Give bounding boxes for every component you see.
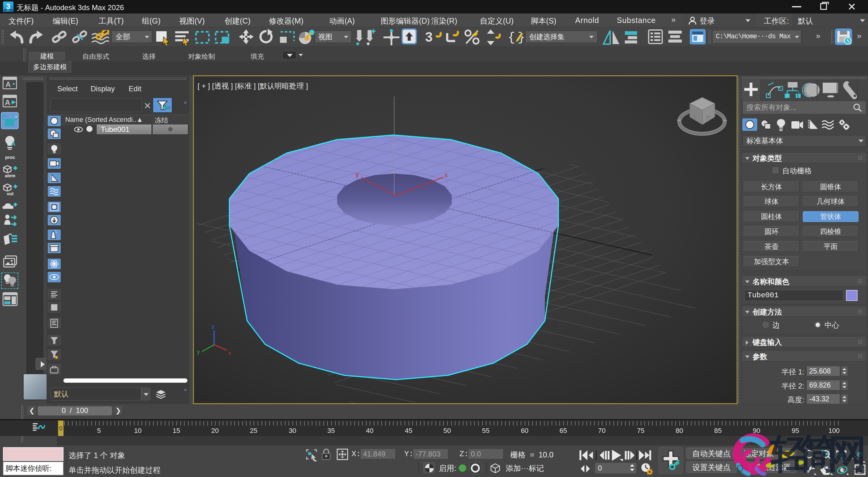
svg-text:左: 左	[692, 115, 698, 120]
svg-text:3: 3	[425, 29, 432, 44]
svg-text:y: y	[355, 170, 359, 178]
svg-text:A: A	[11, 140, 15, 147]
svg-text:A: A	[5, 80, 11, 89]
svg-text:y: y	[197, 348, 200, 355]
svg-text:z: z	[212, 323, 215, 330]
svg-text:前: 前	[706, 115, 711, 120]
svg-text:x: x	[444, 171, 448, 179]
svg-text:A: A	[5, 98, 10, 106]
svg-text:x: x	[228, 350, 231, 356]
